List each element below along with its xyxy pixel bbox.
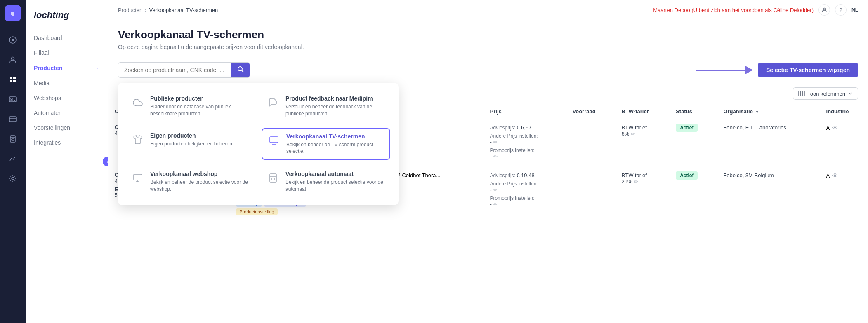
columns-button[interactable]: Toon kolommen bbox=[793, 87, 858, 100]
dropdown-webshop-text: Verkoopkanaal webshop Bekijk en beheer d… bbox=[150, 171, 251, 193]
search-wrap bbox=[118, 62, 250, 78]
td-btw-2: BTW tarief 21% ✏ bbox=[615, 167, 670, 221]
search-input[interactable] bbox=[118, 63, 231, 77]
analytics-sidebar-icon[interactable] bbox=[4, 150, 21, 167]
edit-promoprijs-1[interactable]: ✏ bbox=[493, 154, 498, 159]
automaat-icon bbox=[266, 171, 281, 185]
sidebar-item-webshops[interactable]: Webshops bbox=[26, 91, 108, 105]
shirt-icon bbox=[130, 132, 145, 147]
dropdown-verkoopkanaal-tv[interactable]: Verkoopkanaal TV-schermen Bekijk en behe… bbox=[262, 128, 390, 160]
language-selector[interactable]: NL bbox=[851, 7, 858, 13]
svg-rect-7 bbox=[13, 80, 16, 82]
sidebar-logo[interactable] bbox=[5, 5, 21, 21]
arrow-line bbox=[696, 70, 745, 71]
page-header: Verkoopkanaal TV-schermen Op deze pagina… bbox=[108, 20, 868, 57]
svg-rect-20 bbox=[134, 174, 142, 180]
brand-logo: lochting bbox=[26, 7, 108, 30]
dropdown-eigen-title: Eigen producten bbox=[150, 132, 234, 139]
svg-rect-19 bbox=[270, 137, 278, 143]
dropdown-publieke-producten[interactable]: Publieke producten Blader door de databa… bbox=[126, 91, 255, 122]
sidebar-item-filiaal[interactable]: Filiaal bbox=[26, 45, 108, 60]
arrow-decoration bbox=[696, 66, 753, 74]
webshop-icon bbox=[130, 171, 145, 185]
view-icon-2[interactable]: 👁 bbox=[832, 172, 838, 179]
breadcrumb-producten[interactable]: Producten bbox=[118, 7, 142, 13]
edit-btw-2[interactable]: ✏ bbox=[634, 179, 638, 185]
svg-line-18 bbox=[242, 70, 243, 72]
page-title: Verkoopkanaal TV-schermen bbox=[118, 28, 858, 41]
dropdown-eigen-producten[interactable]: Eigen producten Eigen producten bekijken… bbox=[126, 128, 255, 160]
filter-icon[interactable]: ▼ bbox=[755, 110, 760, 114]
td-status-2: Actief bbox=[669, 167, 717, 221]
top-bar: Producten › Verkoopkanaal TV-schermen Ma… bbox=[108, 0, 868, 20]
view-icon-1[interactable]: 👁 bbox=[832, 124, 838, 131]
sidebar-item-media[interactable]: Media bbox=[26, 76, 108, 91]
dropdown-publieke-text: Publieke producten Blader door de databa… bbox=[150, 95, 251, 117]
dropdown-feedback-text: Product feedback naar Medipim Verstuur e… bbox=[285, 95, 386, 117]
svg-rect-24 bbox=[799, 91, 800, 96]
td-industrie-2: A 👁 bbox=[820, 167, 868, 221]
media-sidebar-icon[interactable] bbox=[4, 91, 21, 108]
columns-label: Toon kolommen bbox=[807, 91, 845, 97]
sidebar-item-voorstellingen[interactable]: Voorstellingen bbox=[26, 120, 108, 135]
svg-rect-26 bbox=[803, 91, 804, 96]
automaten-sidebar-icon[interactable] bbox=[4, 130, 21, 147]
dropdown-verkoopkanaal-automaat[interactable]: Verkoopkanaal automaat Bekijk en beheer … bbox=[262, 166, 390, 197]
page-subtitle: Op deze pagina bepaalt u de aangepaste p… bbox=[118, 44, 858, 50]
td-industrie-1: A 👁 bbox=[820, 119, 868, 167]
th-status: Status bbox=[669, 104, 717, 119]
user-link[interactable]: Maarten Deboo (U bent zich aan het voord… bbox=[653, 7, 814, 13]
dropdown-automaat-text: Verkoopkanaal automaat Bekijk en beheer … bbox=[285, 171, 386, 193]
users-sidebar-icon[interactable] bbox=[4, 51, 21, 68]
svg-rect-14 bbox=[12, 139, 14, 140]
th-btw: BTW-tarief bbox=[615, 104, 670, 119]
sidebar-item-producten[interactable]: Producten → bbox=[26, 60, 108, 76]
svg-point-16 bbox=[823, 8, 826, 10]
left-nav: lochting Dashboard Filiaal Producten → M… bbox=[26, 0, 108, 323]
edit-promoprijs-2[interactable]: ✏ bbox=[493, 201, 498, 207]
nav-arrow-icon: → bbox=[93, 64, 99, 72]
primary-action-button[interactable]: Selectie TV-schermen wijzigen bbox=[758, 63, 858, 77]
th-industrie: Industrie bbox=[820, 104, 868, 119]
status-badge-1: Actief bbox=[676, 124, 698, 132]
cloud-icon bbox=[130, 95, 145, 110]
dropdown-tv-text: Verkoopkanaal TV-schermen Bekijk en behe… bbox=[286, 133, 385, 155]
products-sidebar-icon[interactable] bbox=[4, 71, 21, 88]
dropdown-publieke-desc: Blader door de database van publiek besc… bbox=[150, 103, 251, 117]
search-button[interactable] bbox=[231, 63, 250, 77]
edit-andere-prijs-2[interactable]: ✏ bbox=[493, 187, 498, 193]
tv-icon bbox=[267, 133, 281, 148]
td-prijs-2: Adviesprijs: € 19,48 Andere Prijs instel… bbox=[484, 167, 566, 221]
dropdown-feedback[interactable]: Product feedback naar Medipim Verstuur e… bbox=[262, 91, 390, 122]
dropdown-verkoopkanaal-webshop[interactable]: Verkoopkanaal webshop Bekijk en beheer d… bbox=[126, 166, 255, 197]
breadcrumb: Producten › Verkoopkanaal TV-schermen bbox=[118, 7, 218, 13]
svg-rect-10 bbox=[9, 117, 16, 122]
settings-sidebar-icon[interactable] bbox=[4, 170, 21, 187]
td-btw-1: BTW tarief 6% ✏ bbox=[615, 119, 670, 167]
sidebar-item-dashboard[interactable]: Dashboard bbox=[26, 30, 108, 45]
th-voorraad: Voorraad bbox=[566, 104, 615, 119]
td-voorraad-1 bbox=[566, 119, 615, 167]
feedback-icon bbox=[266, 95, 281, 110]
dropdown-automaat-desc: Bekijk en beheer de product selectie voo… bbox=[285, 179, 386, 193]
td-prijs-1: Adviesprijs: € 6,97 Andere Prijs instell… bbox=[484, 119, 566, 167]
help-icon[interactable]: ? bbox=[835, 4, 847, 16]
edit-andere-prijs-1[interactable]: ✏ bbox=[493, 139, 498, 145]
sidebar-item-integraties[interactable]: Integraties bbox=[26, 135, 108, 150]
edit-btw-1[interactable]: ✏ bbox=[631, 131, 635, 137]
svg-point-17 bbox=[238, 67, 242, 71]
dropdown-eigen-text: Eigen producten Eigen producten bekijken… bbox=[150, 132, 234, 147]
dashboard-sidebar-icon[interactable] bbox=[4, 31, 21, 49]
th-prijs: Prijs bbox=[484, 104, 566, 119]
tag-productopstelling: Productopstelling bbox=[236, 208, 277, 215]
svg-point-15 bbox=[12, 177, 14, 180]
dropdown-publieke-title: Publieke producten bbox=[150, 95, 251, 102]
dropdown-tv-title: Verkoopkanaal TV-schermen bbox=[286, 133, 385, 140]
svg-point-3 bbox=[12, 57, 14, 60]
svg-rect-5 bbox=[13, 77, 16, 79]
webshops-sidebar-icon[interactable] bbox=[4, 110, 21, 128]
user-icon[interactable] bbox=[818, 4, 830, 16]
sidebar-item-automaten[interactable]: Automaten bbox=[26, 105, 108, 120]
dropdown-webshop-desc: Bekijk en beheer de product selectie voo… bbox=[150, 179, 251, 193]
td-status-1: Actief bbox=[669, 119, 717, 167]
